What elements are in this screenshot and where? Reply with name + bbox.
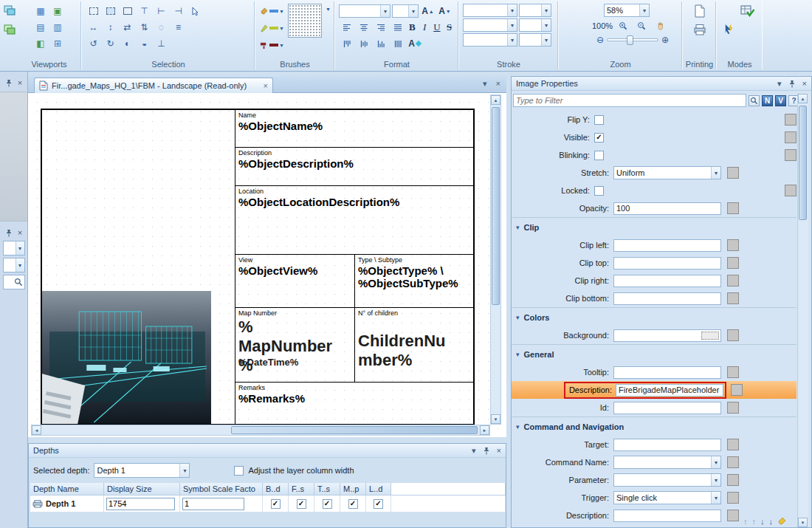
id-input[interactable] [613,402,721,414]
align-text-left-icon[interactable] [339,20,354,35]
align-bottom-icon[interactable]: ⊥ [154,36,169,51]
flip-vertical-icon[interactable]: ◒ [137,36,152,51]
viewport-split-icon[interactable]: ◧ [33,36,49,51]
align-left-icon[interactable]: ⊢ [154,4,169,18]
selected-depth-combo[interactable]: Depth 1 ▾ [94,463,190,478]
canvas-vertical-scrollbar[interactable]: ▲ ▼ [490,95,501,425]
mini-search-box[interactable] [3,275,25,289]
design-canvas[interactable]: Name %ObjectName% Description %ObjectDes… [28,93,506,437]
move-down-icon[interactable]: ↓ [760,517,765,526]
viewport-add-icon[interactable]: ⊞ [50,36,66,51]
close-icon[interactable]: × [18,228,22,237]
color-picker-button[interactable] [701,332,719,340]
stroke-width-combo[interactable]: ▾ [519,4,551,17]
command-name-combo[interactable]: ▾ [613,456,721,469]
pin-icon[interactable] [5,79,13,87]
adjust-layer-width-checkbox[interactable] [234,466,244,476]
valign-middle-icon[interactable] [356,36,371,51]
property-swatch-button[interactable] [727,202,739,214]
property-swatch-button[interactable] [727,239,739,251]
template-children-cell[interactable]: N° of children ChildrenNu mber% [354,308,473,382]
property-swatch-button[interactable] [727,292,739,304]
lasso-select-icon[interactable]: ◌ [154,20,169,35]
stroke-color-combo[interactable]: ▾ [519,33,551,47]
zoom-out-icon[interactable] [634,18,650,33]
opacity-input[interactable] [613,202,721,215]
column-header-display-size[interactable]: Display Size [104,483,180,496]
flip-y-checkbox[interactable] [594,115,604,125]
brush-gallery-dropdown-icon[interactable]: ▼ [326,7,331,12]
rotate-cw-icon[interactable]: ↻ [103,36,118,51]
depth-checkbox-2[interactable]: ✓ [297,499,306,509]
property-swatch-button[interactable] [727,474,739,486]
add-to-selection-icon[interactable] [103,4,118,18]
depths-panel-title-bar[interactable]: Depths ▾ × [29,444,506,458]
properties-scroll-thumb[interactable] [799,106,807,220]
column-header-depth-name[interactable]: Depth Name [30,483,104,496]
depth-name-cell[interactable]: Depth 1 [30,496,104,512]
pointer-select-icon[interactable] [187,4,203,18]
viewport-active-icon[interactable]: ▣ [50,4,66,18]
column-header-b[interactable]: B..d [263,483,289,496]
align-text-right-icon[interactable] [373,20,388,35]
template-remarks-cell[interactable]: Remarks %Remarks% [235,383,473,424]
ribbon-corner-icon-2[interactable] [2,22,18,37]
description-input[interactable] [616,384,723,397]
close-icon[interactable]: × [497,446,501,455]
column-header-t[interactable]: T..s [314,483,340,496]
scroll-left-icon[interactable]: ◄ [32,425,41,435]
ribbon-corner-icon-1[interactable] [2,3,18,18]
symbol-scale-cell[interactable] [180,496,263,512]
page-setup-icon[interactable] [692,4,707,18]
section-colors[interactable]: ▾ Colors [512,307,796,326]
clip-top-input[interactable] [613,257,721,270]
distribute-icon[interactable]: ≡ [171,20,186,35]
tooltip-input[interactable] [613,366,721,379]
zoom-slider-thumb[interactable] [627,35,633,45]
display-size-input[interactable] [106,498,175,510]
valign-top-icon[interactable] [339,36,354,51]
property-swatch-button[interactable] [731,384,743,396]
zoom-preset-button[interactable]: 100% [592,21,613,30]
font-size-combo[interactable]: ▾ [392,4,419,18]
property-swatch-button[interactable] [785,131,796,143]
document-tab[interactable]: Fir...gade_Maps_HQ_1\FBM - Landscape (Re… [34,78,273,93]
template-map-number-cell[interactable]: Map Number % MapNumber % %DateTime% [235,308,354,382]
zoom-in-icon[interactable] [616,18,631,33]
properties-scrollbar[interactable]: ▲ ▼ [797,94,808,527]
properties-title-bar[interactable]: Image Properties ▾ × [512,77,811,91]
filter-search-icon[interactable] [749,95,760,106]
subtract-selection-icon[interactable] [120,4,135,18]
property-swatch-button[interactable] [727,456,739,468]
vertical-scroll-thumb[interactable] [492,107,500,305]
zoom-slider-minus-icon[interactable]: ⊖ [596,35,604,45]
grow-font-button[interactable]: A▲ [420,4,436,18]
align-text-center-icon[interactable] [356,20,371,35]
target-input[interactable] [613,439,721,451]
font-effects-button[interactable]: A [407,36,422,51]
background-color-input[interactable] [613,329,721,342]
tab-list-dropdown-icon[interactable]: ▾ [483,79,487,89]
depth-checkbox-4[interactable]: ✓ [348,499,358,509]
swap-horizontal-icon[interactable]: ⇄ [120,20,135,35]
background-brush-button[interactable]: ▼ [259,38,285,52]
panel-menu-icon[interactable]: ▾ [472,446,476,456]
property-swatch-button[interactable] [727,167,739,179]
property-filter-input[interactable] [513,94,746,107]
fill-brush-button[interactable]: ▼ [259,4,285,18]
blinking-checkbox[interactable] [594,151,604,160]
stroke-dash-combo[interactable]: ▾ [463,33,517,47]
zoom-slider-plus-icon[interactable]: ⊕ [661,35,669,45]
property-swatch-button[interactable] [727,329,739,341]
column-header-f[interactable]: F..s [289,483,314,496]
stroke-brush-button[interactable]: ▼ [259,21,285,35]
property-swatch-button[interactable] [785,114,796,126]
runtime-mode-icon[interactable] [720,21,736,36]
filter-n-button[interactable]: N [762,95,773,106]
column-header-m[interactable]: M..p [340,483,366,496]
navigation-description-input[interactable] [613,510,721,522]
bold-button[interactable]: B [407,21,418,34]
valign-justify-icon[interactable] [390,36,405,51]
style-brush-icon[interactable] [777,517,786,526]
template-image-cell[interactable] [42,110,235,424]
